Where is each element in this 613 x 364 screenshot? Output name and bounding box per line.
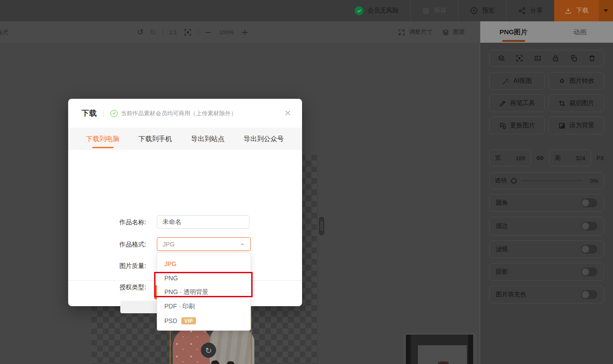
ruler-toggle[interactable]: 标尺 — [0, 28, 8, 36]
stroke-row: 描边 — [489, 217, 604, 235]
height-input[interactable]: 高 324 — [549, 150, 591, 166]
image-fill-row: 图片填充色 — [489, 286, 604, 303]
image-fill-label: 图片填充色 — [496, 291, 526, 299]
stroke-toggle[interactable] — [581, 222, 597, 231]
close-icon[interactable] — [282, 108, 293, 118]
right-panel: PNG图片 动画 — [479, 21, 613, 364]
rotate-handle[interactable]: ↻ — [201, 343, 216, 358]
minimap-right-bar — [468, 335, 473, 364]
share-button[interactable]: 分享 — [506, 0, 554, 21]
zoom-out-button[interactable]: − — [205, 28, 212, 36]
preview-label: 预览 — [482, 7, 494, 15]
brush-tool-label: 画笔工具 — [510, 99, 535, 107]
modal-form: 作品名称: 作品格式: JPG 图片质量: 授权类型: JPG PNG PNG … — [68, 150, 302, 280]
format-selected-value: JPG — [163, 241, 175, 248]
layers-button[interactable]: 图层 — [442, 28, 465, 36]
annotation-box — [154, 272, 253, 297]
crop-image-label: 裁切图片 — [569, 99, 594, 107]
unit-label: PX — [597, 155, 604, 162]
ai-cutout-button[interactable]: AI抠图 — [489, 72, 545, 90]
magic-wand-icon — [502, 77, 510, 85]
play-circle-icon — [470, 7, 478, 15]
corner-radius-toggle[interactable] — [581, 198, 597, 207]
image-fill-toggle[interactable] — [581, 290, 597, 299]
layers-label: 图层 — [453, 28, 465, 36]
undo-icon[interactable]: ↺ — [137, 28, 143, 36]
artwork-name-input[interactable] — [157, 215, 249, 229]
flip-icon[interactable] — [534, 54, 542, 62]
link-dimensions-button[interactable] — [531, 154, 549, 162]
option-jpg[interactable]: JPG — [157, 257, 250, 271]
filter-toggle[interactable] — [581, 245, 597, 254]
membership-status[interactable]: 会员无风险 — [343, 0, 410, 21]
replace-image-button[interactable]: 更换图片 — [489, 117, 545, 134]
format-select[interactable]: JPG — [157, 237, 251, 251]
share-label: 分享 — [530, 7, 543, 15]
set-background-button[interactable]: 设为背景 — [548, 117, 604, 134]
width-label: 宽 — [495, 154, 501, 162]
editor-toolbar: 标尺 ↺ ↻ 1:1 − 100% + 调整尺寸 图层 — [0, 21, 479, 43]
minimap-preview[interactable] — [403, 333, 477, 364]
corner-radius-row: 圆角 — [489, 194, 604, 212]
opacity-slider-track[interactable] — [521, 180, 582, 181]
tab-animation[interactable]: 动画 — [547, 21, 613, 43]
resize-icon — [398, 28, 405, 36]
tab-export-to-wechat[interactable]: 导出到公众号 — [244, 128, 284, 150]
copy-icon[interactable] — [570, 54, 578, 62]
sparkle-star-icon — [558, 77, 566, 85]
pencil-icon — [499, 100, 507, 107]
minimap-artwork-thumb — [438, 361, 449, 364]
height-label: 高 — [555, 154, 561, 162]
zoom-in-button[interactable]: + — [241, 28, 249, 36]
commercial-use-notice: 当前作品素材会员均可商用（上传素材除外） — [121, 109, 237, 117]
redo-icon[interactable]: ↻ — [150, 28, 156, 36]
image-effects-label: 图片特效 — [569, 77, 594, 85]
right-panel-tabs: PNG图片 动画 — [480, 21, 613, 43]
save-button[interactable]: 保存 — [410, 0, 458, 21]
action-button-grid: AI抠图 图片特效 画笔工具 裁切图片 — [489, 72, 604, 134]
filter-label: 滤镜 — [496, 245, 508, 253]
set-background-label: 设为背景 — [569, 121, 594, 129]
fit-screen-icon[interactable] — [184, 28, 192, 36]
opacity-row: 透明 0% — [489, 172, 604, 189]
download-label: 下载 — [576, 7, 588, 15]
tab-export-to-site[interactable]: 导出到站点 — [191, 128, 225, 150]
trash-icon[interactable] — [588, 54, 596, 62]
save-label: 保存 — [434, 7, 446, 15]
crop-image-button[interactable]: 裁切图片 — [548, 94, 604, 112]
shadow-toggle[interactable] — [581, 267, 597, 276]
resize-label: 调整尺寸 — [409, 28, 432, 36]
swap-image-icon — [499, 122, 507, 129]
ratio-1-1-button[interactable]: 1:1 — [169, 29, 177, 36]
resize-canvas-button[interactable]: 调整尺寸 — [398, 28, 432, 36]
layer-order-icon[interactable] — [497, 54, 505, 62]
zoom-level[interactable]: 100% — [218, 29, 235, 36]
stroke-label: 描边 — [496, 222, 508, 230]
tab-download-to-phone[interactable]: 下载到手机 — [139, 128, 172, 150]
modal-header: 下载 当前作品素材会员均可商用（上传素材除外） — [68, 99, 302, 128]
option-pdf-print[interactable]: PDF · 印刷 — [157, 299, 250, 314]
option-psd[interactable]: PSD VIP — [157, 314, 250, 328]
opacity-slider-knob[interactable] — [511, 178, 517, 184]
modal-title: 下载 — [82, 108, 97, 118]
download-modal: 下载 当前作品素材会员均可商用（上传素材除外） 下载到电脑 下载到手机 导出到站… — [68, 99, 302, 306]
tab-png-image[interactable]: PNG图片 — [480, 21, 547, 43]
floppy-icon — [422, 7, 430, 15]
tab-download-to-computer[interactable]: 下载到电脑 — [86, 128, 119, 150]
image-effects-button[interactable]: 图片特效 — [548, 72, 604, 90]
vip-badge: VIP — [181, 317, 196, 324]
minimap-frame — [406, 335, 473, 364]
download-button[interactable]: 下载 — [554, 0, 599, 21]
layers-icon — [442, 28, 450, 36]
divider — [103, 110, 104, 117]
rotate-icon: ↻ — [205, 346, 212, 355]
width-input[interactable]: 宽 189 — [489, 150, 531, 166]
brush-tool-button[interactable]: 画笔工具 — [489, 94, 545, 112]
download-dropdown-button[interactable] — [599, 0, 613, 21]
align-icon[interactable] — [515, 54, 523, 62]
membership-label: 会员无风险 — [368, 7, 399, 15]
preview-button[interactable]: 预览 — [458, 0, 506, 21]
artboard-right-drag-handle[interactable] — [319, 217, 324, 235]
lock-icon[interactable] — [552, 54, 560, 62]
replace-image-label: 更换图片 — [510, 121, 535, 129]
